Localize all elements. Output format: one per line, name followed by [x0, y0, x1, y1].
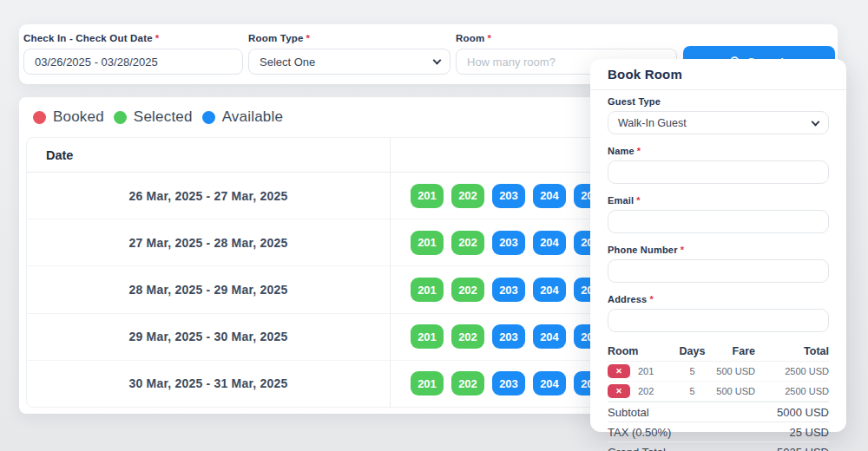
- tax-label: TAX (0.50%): [608, 426, 716, 439]
- tax-row: TAX (0.50%) 25 USD: [608, 422, 829, 441]
- date-range-input[interactable]: [23, 49, 243, 75]
- subtotal-label: Subtotal: [608, 406, 716, 419]
- room-button-201[interactable]: 201: [411, 371, 444, 395]
- room-count-label: Room*: [456, 33, 677, 43]
- room-button-204[interactable]: 204: [533, 371, 566, 395]
- room-button-201[interactable]: 201: [411, 278, 444, 302]
- booking-summary-table: Room Days Fare Total ✕ 201 5 500 USD 250…: [608, 342, 829, 451]
- summary-fare: 500 USD: [716, 386, 755, 396]
- required-marker: *: [306, 33, 311, 43]
- subtotal-value: 5000 USD: [716, 406, 829, 419]
- summary-header-row: Room Days Fare Total: [608, 342, 829, 362]
- date-range-cell: 30 Mar, 2025 - 31 Mar, 2025: [27, 361, 391, 407]
- required-marker: *: [681, 245, 684, 255]
- room-button-203[interactable]: 203: [492, 231, 525, 255]
- date-range-cell: 29 Mar, 2025 - 30 Mar, 2025: [27, 314, 391, 360]
- summary-total: 2500 USD: [755, 366, 829, 376]
- summary-room-number: 202: [638, 386, 654, 396]
- room-type-label: Room Type*: [248, 33, 450, 43]
- room-button-203[interactable]: 203: [492, 184, 525, 208]
- address-input[interactable]: [608, 309, 829, 332]
- room-button-202[interactable]: 202: [451, 371, 484, 395]
- room-button-202[interactable]: 202: [451, 231, 484, 255]
- room-button-203[interactable]: 203: [492, 278, 525, 302]
- date-column-header: Date: [27, 138, 391, 172]
- subtotal-row: Subtotal 5000 USD: [608, 402, 829, 422]
- grand-total-row: Grand Total 5025 USD: [608, 441, 829, 451]
- room-button-201[interactable]: 201: [411, 231, 444, 255]
- guest-type-label: Guest Type: [608, 96, 829, 107]
- summary-header-fare: Fare: [716, 345, 755, 357]
- legend-label: Booked: [53, 108, 104, 126]
- checkin-checkout-field-group: Check In - Check Out Date*: [23, 33, 243, 75]
- summary-fare: 500 USD: [716, 366, 755, 376]
- room-button-202[interactable]: 202: [451, 184, 484, 208]
- email-label: Email*: [608, 195, 829, 206]
- date-range-cell: 26 Mar, 2025 - 27 Mar, 2025: [27, 173, 391, 219]
- legend-item: Available: [202, 108, 283, 126]
- room-button-204[interactable]: 204: [533, 278, 566, 302]
- legend-label: Selected: [134, 108, 193, 126]
- legend-dot-icon: [202, 111, 215, 124]
- legend-item: Booked: [33, 108, 104, 126]
- summary-days: 5: [668, 366, 716, 376]
- summary-days: 5: [668, 386, 716, 396]
- room-button-203[interactable]: 203: [492, 371, 525, 395]
- phone-number-label: Phone Number*: [608, 245, 829, 255]
- name-label: Name*: [608, 146, 829, 156]
- grand-total-label: Grand Total: [608, 446, 716, 451]
- required-marker: *: [649, 294, 653, 304]
- summary-total: 2500 USD: [755, 386, 829, 396]
- guest-type-select[interactable]: Walk-In Guest: [608, 111, 829, 134]
- room-button-201[interactable]: 201: [411, 324, 444, 349]
- room-button-204[interactable]: 204: [533, 324, 566, 349]
- address-label: Address*: [608, 294, 829, 304]
- room-button-202[interactable]: 202: [451, 278, 484, 302]
- date-range-cell: 28 Mar, 2025 - 29 Mar, 2025: [27, 266, 391, 312]
- required-marker: *: [636, 195, 640, 206]
- remove-room-button[interactable]: ✕: [608, 384, 630, 398]
- required-marker: *: [155, 33, 160, 43]
- checkin-checkout-label: Check In - Check Out Date*: [23, 33, 243, 43]
- date-range-cell: 27 Mar, 2025 - 28 Mar, 2025: [27, 219, 391, 265]
- summary-room-row: ✕ 202 5 500 USD 2500 USD: [608, 382, 829, 402]
- legend-dot-icon: [114, 111, 127, 124]
- panel-title: Book Room: [590, 59, 846, 89]
- legend-item: Selected: [114, 108, 193, 126]
- status-legend: Booked Selected Available: [33, 108, 285, 126]
- room-button-201[interactable]: 201: [411, 184, 444, 208]
- name-input[interactable]: [608, 160, 829, 184]
- room-type-field-group: Room Type* Select One: [248, 33, 450, 75]
- room-button-204[interactable]: 204: [533, 184, 566, 208]
- summary-header-room: Room: [608, 345, 668, 357]
- grand-total-value: 5025 USD: [716, 446, 829, 451]
- book-room-panel: Book Room Guest Type Walk-In Guest Name*…: [590, 59, 846, 432]
- summary-room-row: ✕ 201 5 500 USD 2500 USD: [608, 362, 829, 382]
- legend-dot-icon: [33, 111, 46, 124]
- required-marker: *: [487, 33, 491, 43]
- legend-label: Available: [222, 108, 283, 126]
- tax-value: 25 USD: [716, 426, 829, 439]
- phone-number-input[interactable]: [608, 259, 829, 283]
- room-button-203[interactable]: 203: [492, 324, 525, 349]
- summary-header-days: Days: [668, 345, 716, 357]
- panel-title-divider: [590, 89, 846, 90]
- room-button-202[interactable]: 202: [451, 324, 484, 349]
- email-input[interactable]: [608, 210, 829, 233]
- summary-header-total: Total: [755, 345, 829, 357]
- summary-room-number: 201: [638, 366, 654, 376]
- room-type-select[interactable]: Select One: [248, 49, 450, 75]
- room-button-204[interactable]: 204: [533, 231, 566, 255]
- required-marker: *: [637, 146, 641, 156]
- remove-room-button[interactable]: ✕: [608, 364, 630, 378]
